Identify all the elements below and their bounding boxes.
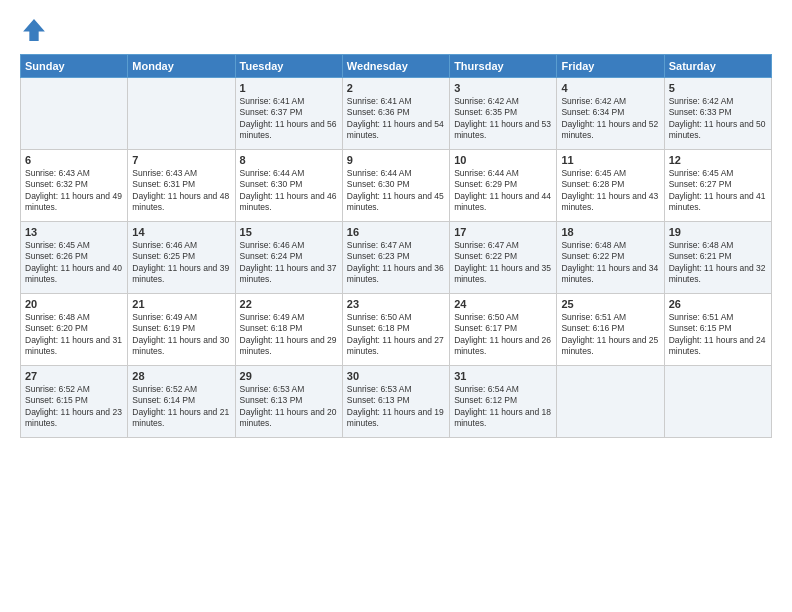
day-number: 25 bbox=[561, 298, 659, 310]
svg-marker-0 bbox=[23, 19, 45, 41]
calendar-cell: 28Sunrise: 6:52 AMSunset: 6:14 PMDayligh… bbox=[128, 366, 235, 438]
day-info: Sunrise: 6:41 AMSunset: 6:36 PMDaylight:… bbox=[347, 96, 445, 142]
day-number: 12 bbox=[669, 154, 767, 166]
logo bbox=[20, 16, 52, 44]
day-info: Sunrise: 6:42 AMSunset: 6:33 PMDaylight:… bbox=[669, 96, 767, 142]
calendar-cell: 24Sunrise: 6:50 AMSunset: 6:17 PMDayligh… bbox=[450, 294, 557, 366]
calendar-cell: 27Sunrise: 6:52 AMSunset: 6:15 PMDayligh… bbox=[21, 366, 128, 438]
day-info: Sunrise: 6:52 AMSunset: 6:14 PMDaylight:… bbox=[132, 384, 230, 430]
day-number: 18 bbox=[561, 226, 659, 238]
calendar-cell bbox=[664, 366, 771, 438]
logo-icon bbox=[20, 16, 48, 44]
day-info: Sunrise: 6:47 AMSunset: 6:22 PMDaylight:… bbox=[454, 240, 552, 286]
day-number: 7 bbox=[132, 154, 230, 166]
calendar-cell: 19Sunrise: 6:48 AMSunset: 6:21 PMDayligh… bbox=[664, 222, 771, 294]
page: SundayMondayTuesdayWednesdayThursdayFrid… bbox=[0, 0, 792, 612]
day-info: Sunrise: 6:42 AMSunset: 6:35 PMDaylight:… bbox=[454, 96, 552, 142]
day-number: 1 bbox=[240, 82, 338, 94]
day-number: 9 bbox=[347, 154, 445, 166]
day-number: 23 bbox=[347, 298, 445, 310]
day-info: Sunrise: 6:53 AMSunset: 6:13 PMDaylight:… bbox=[240, 384, 338, 430]
calendar-cell: 4Sunrise: 6:42 AMSunset: 6:34 PMDaylight… bbox=[557, 78, 664, 150]
calendar-cell: 10Sunrise: 6:44 AMSunset: 6:29 PMDayligh… bbox=[450, 150, 557, 222]
day-info: Sunrise: 6:46 AMSunset: 6:24 PMDaylight:… bbox=[240, 240, 338, 286]
calendar-cell: 21Sunrise: 6:49 AMSunset: 6:19 PMDayligh… bbox=[128, 294, 235, 366]
calendar-cell: 18Sunrise: 6:48 AMSunset: 6:22 PMDayligh… bbox=[557, 222, 664, 294]
calendar-cell: 20Sunrise: 6:48 AMSunset: 6:20 PMDayligh… bbox=[21, 294, 128, 366]
calendar-cell: 16Sunrise: 6:47 AMSunset: 6:23 PMDayligh… bbox=[342, 222, 449, 294]
calendar-cell: 7Sunrise: 6:43 AMSunset: 6:31 PMDaylight… bbox=[128, 150, 235, 222]
weekday-header-monday: Monday bbox=[128, 55, 235, 78]
week-row-3: 13Sunrise: 6:45 AMSunset: 6:26 PMDayligh… bbox=[21, 222, 772, 294]
calendar-header: SundayMondayTuesdayWednesdayThursdayFrid… bbox=[21, 55, 772, 78]
week-row-1: 1Sunrise: 6:41 AMSunset: 6:37 PMDaylight… bbox=[21, 78, 772, 150]
day-info: Sunrise: 6:45 AMSunset: 6:26 PMDaylight:… bbox=[25, 240, 123, 286]
day-info: Sunrise: 6:47 AMSunset: 6:23 PMDaylight:… bbox=[347, 240, 445, 286]
day-info: Sunrise: 6:42 AMSunset: 6:34 PMDaylight:… bbox=[561, 96, 659, 142]
day-info: Sunrise: 6:44 AMSunset: 6:29 PMDaylight:… bbox=[454, 168, 552, 214]
day-info: Sunrise: 6:50 AMSunset: 6:17 PMDaylight:… bbox=[454, 312, 552, 358]
day-info: Sunrise: 6:45 AMSunset: 6:28 PMDaylight:… bbox=[561, 168, 659, 214]
day-info: Sunrise: 6:48 AMSunset: 6:22 PMDaylight:… bbox=[561, 240, 659, 286]
calendar-table: SundayMondayTuesdayWednesdayThursdayFrid… bbox=[20, 54, 772, 438]
day-number: 19 bbox=[669, 226, 767, 238]
day-number: 10 bbox=[454, 154, 552, 166]
day-info: Sunrise: 6:51 AMSunset: 6:16 PMDaylight:… bbox=[561, 312, 659, 358]
weekday-header-saturday: Saturday bbox=[664, 55, 771, 78]
calendar-cell: 2Sunrise: 6:41 AMSunset: 6:36 PMDaylight… bbox=[342, 78, 449, 150]
day-info: Sunrise: 6:49 AMSunset: 6:18 PMDaylight:… bbox=[240, 312, 338, 358]
day-info: Sunrise: 6:53 AMSunset: 6:13 PMDaylight:… bbox=[347, 384, 445, 430]
day-info: Sunrise: 6:41 AMSunset: 6:37 PMDaylight:… bbox=[240, 96, 338, 142]
day-number: 17 bbox=[454, 226, 552, 238]
calendar-cell bbox=[21, 78, 128, 150]
calendar-cell: 17Sunrise: 6:47 AMSunset: 6:22 PMDayligh… bbox=[450, 222, 557, 294]
calendar-cell: 12Sunrise: 6:45 AMSunset: 6:27 PMDayligh… bbox=[664, 150, 771, 222]
calendar-cell: 5Sunrise: 6:42 AMSunset: 6:33 PMDaylight… bbox=[664, 78, 771, 150]
day-info: Sunrise: 6:44 AMSunset: 6:30 PMDaylight:… bbox=[240, 168, 338, 214]
day-number: 3 bbox=[454, 82, 552, 94]
calendar-cell: 26Sunrise: 6:51 AMSunset: 6:15 PMDayligh… bbox=[664, 294, 771, 366]
day-info: Sunrise: 6:48 AMSunset: 6:20 PMDaylight:… bbox=[25, 312, 123, 358]
header bbox=[20, 16, 772, 44]
calendar-cell: 22Sunrise: 6:49 AMSunset: 6:18 PMDayligh… bbox=[235, 294, 342, 366]
day-number: 26 bbox=[669, 298, 767, 310]
day-number: 29 bbox=[240, 370, 338, 382]
day-number: 22 bbox=[240, 298, 338, 310]
day-number: 31 bbox=[454, 370, 552, 382]
day-number: 16 bbox=[347, 226, 445, 238]
calendar-cell: 3Sunrise: 6:42 AMSunset: 6:35 PMDaylight… bbox=[450, 78, 557, 150]
weekday-header-wednesday: Wednesday bbox=[342, 55, 449, 78]
calendar-cell bbox=[557, 366, 664, 438]
day-info: Sunrise: 6:51 AMSunset: 6:15 PMDaylight:… bbox=[669, 312, 767, 358]
calendar-cell: 8Sunrise: 6:44 AMSunset: 6:30 PMDaylight… bbox=[235, 150, 342, 222]
day-info: Sunrise: 6:45 AMSunset: 6:27 PMDaylight:… bbox=[669, 168, 767, 214]
day-info: Sunrise: 6:52 AMSunset: 6:15 PMDaylight:… bbox=[25, 384, 123, 430]
day-number: 24 bbox=[454, 298, 552, 310]
day-info: Sunrise: 6:48 AMSunset: 6:21 PMDaylight:… bbox=[669, 240, 767, 286]
day-number: 8 bbox=[240, 154, 338, 166]
day-number: 27 bbox=[25, 370, 123, 382]
calendar-cell: 25Sunrise: 6:51 AMSunset: 6:16 PMDayligh… bbox=[557, 294, 664, 366]
day-info: Sunrise: 6:54 AMSunset: 6:12 PMDaylight:… bbox=[454, 384, 552, 430]
day-info: Sunrise: 6:44 AMSunset: 6:30 PMDaylight:… bbox=[347, 168, 445, 214]
calendar-cell: 15Sunrise: 6:46 AMSunset: 6:24 PMDayligh… bbox=[235, 222, 342, 294]
day-number: 21 bbox=[132, 298, 230, 310]
day-info: Sunrise: 6:50 AMSunset: 6:18 PMDaylight:… bbox=[347, 312, 445, 358]
calendar-cell: 31Sunrise: 6:54 AMSunset: 6:12 PMDayligh… bbox=[450, 366, 557, 438]
day-info: Sunrise: 6:43 AMSunset: 6:32 PMDaylight:… bbox=[25, 168, 123, 214]
day-number: 15 bbox=[240, 226, 338, 238]
weekday-header-thursday: Thursday bbox=[450, 55, 557, 78]
calendar-cell: 14Sunrise: 6:46 AMSunset: 6:25 PMDayligh… bbox=[128, 222, 235, 294]
calendar-cell: 13Sunrise: 6:45 AMSunset: 6:26 PMDayligh… bbox=[21, 222, 128, 294]
day-number: 28 bbox=[132, 370, 230, 382]
day-number: 11 bbox=[561, 154, 659, 166]
weekday-header-tuesday: Tuesday bbox=[235, 55, 342, 78]
day-number: 30 bbox=[347, 370, 445, 382]
header-row: SundayMondayTuesdayWednesdayThursdayFrid… bbox=[21, 55, 772, 78]
day-number: 4 bbox=[561, 82, 659, 94]
calendar-body: 1Sunrise: 6:41 AMSunset: 6:37 PMDaylight… bbox=[21, 78, 772, 438]
day-number: 2 bbox=[347, 82, 445, 94]
calendar-cell: 6Sunrise: 6:43 AMSunset: 6:32 PMDaylight… bbox=[21, 150, 128, 222]
day-number: 5 bbox=[669, 82, 767, 94]
calendar-cell bbox=[128, 78, 235, 150]
